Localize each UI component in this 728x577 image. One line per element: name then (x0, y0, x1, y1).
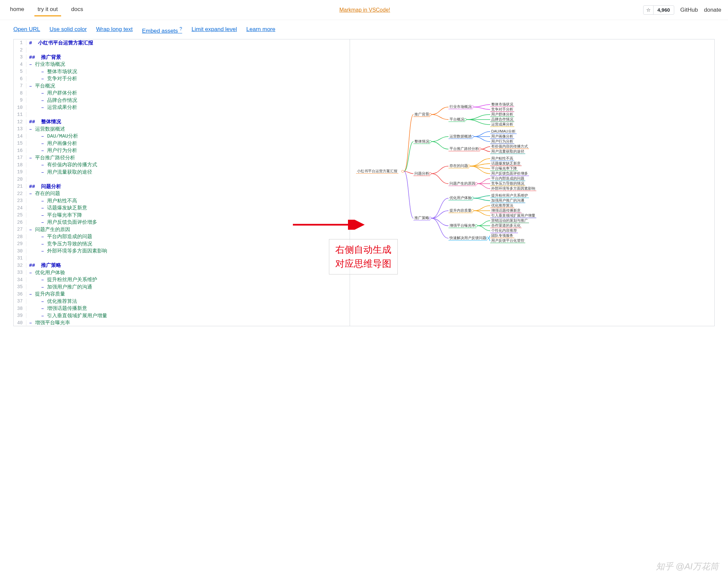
mindmap-canvas[interactable]: 小红书平台运营方案汇报整体市场状况竞争对手分析行业市场概况用户群体分析品牌合作情… (350, 40, 714, 326)
editor-line[interactable]: 22– 存在的问题 (14, 190, 349, 198)
editor-line[interactable]: 39 – 引入垂直领域扩展用户增量 (14, 312, 349, 319)
mindmap-node[interactable]: 整体情况 (413, 139, 430, 144)
editor-line[interactable]: 40– 增强平台曝光率 (14, 319, 349, 326)
editor-line[interactable]: 10 – 运营成果分析 (14, 104, 349, 111)
editor-line[interactable]: 24 – 话题爆发缺乏新意 (14, 204, 349, 212)
editor-line[interactable]: 15 – 用户画像分析 (14, 140, 349, 147)
mindmap-node-toggle[interactable] (486, 237, 489, 239)
mindmap-node[interactable]: 用户群体分析 (490, 112, 514, 117)
markdown-editor[interactable]: 1# 小红书平台运营方案汇报23## 推广背景4– 行业市场概况5 – 整体市场… (14, 40, 350, 326)
mindmap-node[interactable]: 运营成果分析 (490, 122, 514, 127)
editor-line[interactable]: 3## 推广背景 (14, 54, 349, 61)
mindmap-node[interactable]: 用户画像分析 (490, 134, 514, 139)
editor-line[interactable]: 13– 运营数据概述 (14, 126, 349, 133)
mindmap-node[interactable]: 问题产生的原因 (448, 181, 476, 186)
editor-line[interactable]: 12## 整体情况 (14, 118, 349, 126)
mindmap-node-toggle[interactable] (464, 118, 467, 121)
mindmap-node[interactable]: 团队专项服务 (490, 233, 514, 238)
mindmap-node-toggle[interactable] (471, 106, 474, 108)
editor-line[interactable]: 7– 平台概况 (14, 82, 349, 90)
mindmap-node[interactable]: 优化推荐算法 (490, 203, 514, 208)
mindmap-node-toggle[interactable] (429, 113, 432, 116)
editor-line[interactable]: 31 (14, 255, 349, 262)
mindmap-node[interactable]: 小红书平台运营方案汇报 (356, 168, 398, 174)
editor-line[interactable]: 38 – 增强话题传播新意 (14, 305, 349, 312)
editor-line[interactable]: 6 – 竞争对手分析 (14, 75, 349, 82)
editor-line[interactable]: 37 – 优化推荐算法 (14, 298, 349, 305)
editor-line[interactable]: 8 – 用户群体分析 (14, 89, 349, 97)
vscode-promo-link[interactable]: Markmap in VSCode! (339, 7, 390, 13)
mindmap-node[interactable]: 外部环境等多方面因素影响 (490, 186, 536, 191)
limit-expand-button[interactable]: Limit expand level (191, 26, 237, 34)
editor-line[interactable]: 2 (14, 46, 349, 54)
nav-github[interactable]: GitHub (680, 7, 698, 14)
github-star-badge[interactable]: ☆ 4,960 (643, 5, 675, 15)
mindmap-node[interactable]: 用户流量获取的途径 (490, 149, 525, 154)
mindmap-node[interactable]: 用户行为分析 (490, 139, 514, 144)
editor-line[interactable]: 33– 优化用户体验 (14, 269, 349, 277)
mindmap-node[interactable]: 引入垂直领域扩展用户增量 (490, 213, 536, 218)
editor-line[interactable]: 18 – 有价值内容的传播方式 (14, 161, 349, 168)
mindmap-node[interactable]: 有价值内容的传播方式 (490, 144, 529, 149)
editor-line[interactable]: 21## 问题分析 (14, 183, 349, 190)
mindmap-node[interactable]: 个性化内容推荐 (490, 228, 518, 233)
editor-line[interactable]: 32## 推广策略 (14, 262, 349, 269)
mindmap-node-toggle[interactable] (475, 182, 477, 185)
editor-line[interactable]: 11 (14, 111, 349, 119)
mindmap-node-toggle[interactable] (429, 172, 432, 175)
nav-donate[interactable]: donate (704, 7, 721, 14)
open-url-button[interactable]: Open URL (14, 26, 40, 34)
mindmap-node[interactable]: 合作渠道的多元化 (490, 223, 522, 228)
mindmap-node[interactable]: 整体市场状况 (490, 102, 514, 107)
mindmap-node-toggle[interactable] (471, 197, 474, 199)
mindmap-node[interactable]: 优化用户体验 (448, 195, 472, 200)
editor-line[interactable]: 35 – 加强用户推广的沟通 (14, 284, 349, 291)
nav-docs[interactable]: docs (68, 3, 86, 16)
solid-color-button[interactable]: Use solid color (49, 26, 87, 34)
editor-line[interactable]: 16 – 用户行为分析 (14, 147, 349, 154)
mindmap-node-toggle[interactable] (475, 225, 477, 227)
mindmap-node[interactable]: DAU/MAU分析 (490, 129, 517, 134)
learn-more-button[interactable]: Learn more (246, 26, 276, 34)
editor-line[interactable]: 5 – 整体市场状况 (14, 68, 349, 76)
mindmap-node[interactable]: 行业市场概况 (448, 104, 472, 109)
editor-line[interactable]: 29 – 竞争压力导致的情况 (14, 240, 349, 248)
mindmap-node[interactable]: 增强平台曝光率 (448, 223, 476, 228)
mindmap-node[interactable]: 用户粘性不高 (490, 156, 514, 161)
editor-line[interactable]: 34 – 提升粉丝用户关系维护 (14, 276, 349, 284)
mindmap-preview[interactable]: 小红书平台运营方案汇报整体市场状况竞争对手分析行业市场概况用户群体分析品牌合作情… (350, 40, 714, 326)
editor-line[interactable]: 14 – DAU/MAU分析 (14, 133, 349, 140)
editor-line[interactable]: 28 – 平台内部造成的问题 (14, 233, 349, 240)
editor-line[interactable]: 4– 行业市场概况 (14, 61, 349, 68)
mindmap-node-toggle[interactable] (471, 135, 474, 138)
editor-line[interactable]: 23 – 用户粘性不高 (14, 198, 349, 205)
mindmap-node[interactable]: 推广策略 (413, 215, 430, 220)
mindmap-node[interactable]: 品牌合作情况 (490, 117, 514, 122)
editor-line[interactable]: 9 – 品牌合作情况 (14, 97, 349, 104)
mindmap-node-toggle[interactable] (429, 217, 432, 219)
mindmap-node-toggle[interactable] (429, 140, 432, 143)
mindmap-node[interactable]: 平台内部造成的问题 (490, 176, 525, 181)
mindmap-node[interactable]: 提升内容质量 (448, 208, 472, 213)
nav-home[interactable]: home (7, 3, 28, 16)
embed-assets-button[interactable]: Embed assets ? (142, 26, 182, 34)
mindmap-node[interactable]: 提升粉丝用户关系维护 (490, 193, 529, 198)
mindmap-node[interactable]: 用户反馈负面评价增多 (490, 171, 529, 176)
mindmap-node[interactable]: 存在的问题 (448, 163, 469, 168)
editor-line[interactable]: 20 (14, 176, 349, 183)
mindmap-node[interactable]: 加强用户推广的沟通 (490, 198, 525, 203)
mindmap-node[interactable]: 竞争对手分析 (490, 107, 514, 112)
mindmap-node[interactable]: 话题爆发缺乏新意 (490, 161, 522, 166)
mindmap-node[interactable]: 推广背景 (413, 112, 430, 117)
editor-line[interactable]: 30 – 外部环境等多方面因素影响 (14, 247, 349, 255)
editor-line[interactable]: 36– 提升内容质量 (14, 290, 349, 298)
nav-try[interactable]: try it out (34, 3, 61, 16)
mindmap-node[interactable]: 平台推广路径分析 (448, 146, 480, 151)
mindmap-node[interactable]: 问题分析 (413, 171, 430, 176)
mindmap-node[interactable]: 用户反馈平台化管控 (490, 238, 525, 243)
wrap-text-button[interactable]: Wrap long text (96, 26, 133, 34)
mindmap-node[interactable]: 增强话题传播新意 (490, 208, 522, 213)
mindmap-node-toggle[interactable] (401, 170, 404, 173)
editor-line[interactable]: 25 – 平台曝光率下降 (14, 212, 349, 219)
mindmap-node[interactable]: 快速解决用户反馈问题 (448, 235, 487, 240)
